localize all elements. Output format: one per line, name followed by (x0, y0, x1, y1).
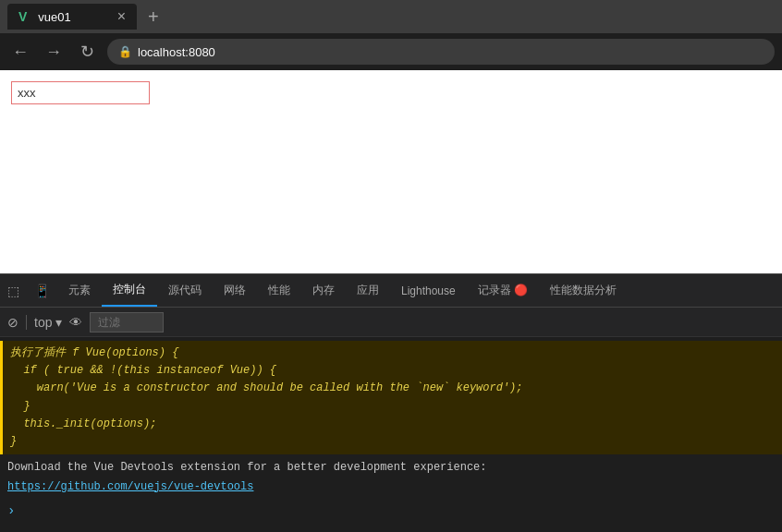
tab-network[interactable]: 网络 (213, 274, 257, 307)
back-button[interactable]: ← (7, 39, 33, 65)
refresh-button[interactable]: ↻ (74, 39, 100, 65)
tab-console[interactable]: 控制台 (102, 274, 157, 307)
level-text: top (34, 315, 52, 330)
devtools-device-icon[interactable]: 📱 (27, 274, 57, 307)
address-input[interactable]: 🔒 localhost:8080 (107, 39, 775, 65)
level-chevron-icon: ▾ (55, 315, 62, 330)
console-line-6: } (10, 433, 775, 451)
tab-title: vue01 (38, 10, 70, 24)
new-tab-button[interactable]: + (141, 6, 166, 28)
toolbar-separator (26, 315, 27, 330)
clear-console-button[interactable]: ⊘ (7, 315, 18, 330)
console-output: 执行了插件 f Vue(options) { if ( true && !(th… (0, 337, 782, 532)
console-info-text: Download the Vue Devtools extension for … (7, 458, 775, 477)
browser-window: V vue01 × + ← → ↻ 🔒 localhost:8080 ⬚ 📱 元… (0, 0, 782, 532)
devtools-panel: ⬚ 📱 元素 控制台 源代码 网络 性能 内存 应用 Lighthouse 记录… (0, 273, 782, 532)
console-info-link[interactable]: https://github.com/vuejs/vue-devtools (7, 478, 775, 496)
forward-button[interactable]: → (41, 39, 67, 65)
tab-performance[interactable]: 性能 (257, 274, 301, 307)
console-line-1: 执行了插件 f Vue(options) { (10, 345, 775, 362)
lock-icon: 🔒 (118, 45, 132, 58)
tab-bar: V vue01 × + (0, 0, 782, 33)
filter-button[interactable] (90, 312, 164, 332)
devtools-toolbar: ⊘ top ▾ 👁 (0, 308, 782, 337)
vue-logo: V (18, 9, 27, 24)
console-prompt: › (0, 500, 782, 522)
level-selector[interactable]: top ▾ (34, 315, 62, 330)
address-bar: ← → ↻ 🔒 localhost:8080 (0, 33, 782, 70)
console-info-block: Download the Vue Devtools extension for … (0, 454, 782, 500)
tab-lighthouse[interactable]: Lighthouse (390, 274, 467, 307)
console-warning-block: 执行了插件 f Vue(options) { if ( true && !(th… (0, 341, 782, 454)
active-tab[interactable]: V vue01 × (7, 4, 137, 30)
tab-memory[interactable]: 内存 (301, 274, 346, 307)
console-line-4: } (10, 398, 775, 416)
tab-sources[interactable]: 源代码 (157, 274, 213, 307)
tab-close-button[interactable]: × (117, 8, 126, 25)
console-line-2: if ( true && !(this instanceof Vue)) { (10, 362, 775, 380)
page-text-input[interactable] (11, 81, 150, 104)
tab-application[interactable]: 应用 (346, 274, 390, 307)
devtools-inspect-icon[interactable]: ⬚ (0, 274, 27, 307)
prompt-arrow-icon: › (7, 503, 15, 518)
console-line-5: this._init(options); (10, 416, 775, 433)
filter-input[interactable] (90, 312, 164, 332)
devtools-tab-bar: ⬚ 📱 元素 控制台 源代码 网络 性能 内存 应用 Lighthouse 记录… (0, 274, 782, 308)
console-line-3: warn('Vue is a constructor and should be… (10, 380, 775, 397)
tab-perf-insights[interactable]: 性能数据分析 (539, 274, 628, 307)
tab-recorder[interactable]: 记录器 🔴 (467, 274, 539, 307)
url-text: localhost:8080 (138, 45, 215, 59)
tab-elements[interactable]: 元素 (57, 274, 102, 307)
page-content (0, 70, 782, 273)
eye-icon[interactable]: 👁 (69, 315, 82, 330)
